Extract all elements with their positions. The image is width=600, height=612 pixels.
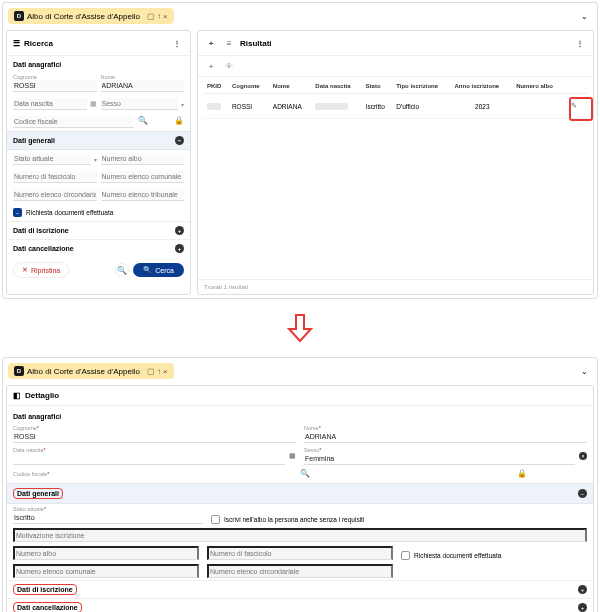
tab-pin-icon[interactable]: ↑	[157, 367, 161, 376]
numero-elenco-circ-input[interactable]	[13, 189, 97, 201]
iscrivi-senza-req-row[interactable]: Iscrivi nell'albo la persona anche senza…	[211, 515, 364, 524]
accordion-dati-generali[interactable]: Dati generali −	[7, 483, 593, 504]
search-panel: ☰ Ricerca ⋮ Dati anagrafici Cognome Nome	[6, 30, 191, 295]
stato-attuale-input[interactable]	[13, 153, 91, 165]
arrow-down-icon	[287, 313, 313, 343]
numero-elenco-circ-input[interactable]	[207, 564, 393, 578]
accordion-iscrizione[interactable]: Dati di iscrizione +	[7, 580, 593, 598]
section-anag-title: Dati anagrafici	[7, 408, 593, 423]
expand-icon[interactable]: +	[175, 226, 184, 235]
close-icon[interactable]: −	[175, 136, 184, 145]
codice-fiscale-input[interactable]	[13, 116, 134, 128]
accordion-cancellazione[interactable]: Dati cancellazione +	[7, 598, 593, 612]
filter-icon: ☰	[13, 39, 20, 48]
dropdown-icon[interactable]: ▾	[181, 101, 184, 108]
chevron-down-icon[interactable]: ⌄	[581, 12, 592, 21]
stato-attuale-input[interactable]	[13, 512, 203, 524]
search-icon[interactable]: 🔍	[300, 469, 310, 478]
cognome-input[interactable]	[13, 431, 296, 443]
tab-chip[interactable]: D Albo di Corte d'Assise d'Appello ▢ ↑ ×	[8, 8, 174, 24]
nome-input[interactable]	[101, 80, 185, 92]
detail-title: Dettaglio	[25, 391, 59, 400]
edit-icon[interactable]: ✎	[568, 100, 580, 112]
sesso-input[interactable]	[101, 98, 179, 110]
nome-input[interactable]	[304, 431, 587, 443]
search-button[interactable]: 🔍Cerca	[133, 263, 184, 277]
lock-icon[interactable]: 🔒	[174, 116, 184, 128]
calendar-icon[interactable]: ▦	[90, 100, 97, 108]
lock-icon[interactable]: 🔒	[517, 469, 527, 478]
results-table-wrap: PKID Cognome Nome Data nascita Stato Tip…	[198, 79, 593, 279]
view-icon[interactable]: 👁	[222, 59, 236, 73]
numero-albo-input[interactable]	[13, 546, 199, 560]
numero-elenco-comunale-input[interactable]	[101, 171, 185, 183]
data-nascita-input[interactable]	[13, 98, 87, 110]
data-nascita-input[interactable]	[13, 453, 285, 465]
accordion-iscrizione[interactable]: Dati di iscrizione +	[7, 221, 190, 239]
col-numero-albo[interactable]: Numero albo	[513, 79, 565, 94]
col-nome[interactable]: Nome	[270, 79, 312, 94]
accordion-label: Dati cancellazione	[13, 245, 74, 252]
zoom-icon[interactable]: 🔍	[115, 263, 129, 277]
cell-anno: 2023	[451, 94, 513, 119]
numero-fascicolo-input[interactable]	[207, 546, 393, 560]
tab-title: Albo di Corte d'Assise d'Appello	[27, 367, 140, 376]
tab-pin-icon[interactable]: ↑	[157, 12, 161, 21]
accordion-label: Dati di iscrizione	[13, 227, 69, 234]
col-stato[interactable]: Stato	[363, 79, 394, 94]
expand-icon[interactable]: +	[175, 244, 184, 253]
cell-nome: ADRIANA	[270, 94, 312, 119]
tab-close-icon[interactable]: ×	[163, 367, 168, 376]
search-icon[interactable]: 🔍	[138, 116, 148, 128]
expand-icon[interactable]: +	[578, 585, 587, 594]
col-cognome[interactable]: Cognome	[229, 79, 270, 94]
dropdown-icon[interactable]: ▾	[94, 156, 97, 163]
checkbox-empty-icon[interactable]	[211, 515, 220, 524]
richiesta-doc-row[interactable]: − Richiesta documenti effettuata	[7, 204, 190, 221]
clear-icon[interactable]: ×	[579, 452, 587, 460]
options-icon[interactable]: ⋮	[573, 36, 587, 50]
iscrivi-label: Iscrivi nell'albo la persona anche senza…	[224, 516, 364, 523]
tab-chip[interactable]: D Albo di Corte d'Assise d'Appello ▢ ↑ ×	[8, 363, 174, 379]
tab-open-icon[interactable]: ▢	[147, 12, 155, 21]
chevron-down-icon[interactable]: ⌄	[581, 367, 592, 376]
reset-label: Ripristina	[31, 267, 60, 274]
search-label: Cerca	[155, 267, 174, 274]
detail-header: ◧ Dettaglio	[7, 386, 593, 406]
numero-elenco-trib-input[interactable]	[101, 189, 185, 201]
list-icon[interactable]: ≡	[222, 36, 236, 50]
cognome-input[interactable]	[13, 80, 97, 92]
plus-icon[interactable]: +	[204, 36, 218, 50]
cell-stato: Iscritto	[363, 94, 394, 119]
results-title: Risultati	[240, 39, 272, 48]
col-data-nascita[interactable]: Data nascita	[312, 79, 362, 94]
richiesta-doc-label: Richiesta documenti effettuata	[414, 552, 501, 559]
accordion-label: Dati generali	[13, 137, 55, 144]
numero-elenco-comunale-input[interactable]	[13, 564, 199, 578]
checkbox-empty-icon[interactable]	[401, 551, 410, 560]
col-pkid[interactable]: PKID	[204, 79, 229, 94]
table-row[interactable]: 0000 ROSSI ADRIANA 00/00/0000 Iscritto D…	[204, 94, 587, 119]
collapse-icon[interactable]: −	[578, 489, 587, 498]
doc-icon: D	[14, 366, 24, 376]
reset-button[interactable]: ✕Ripristina	[13, 262, 69, 278]
tab-actions: ▢ ↑ ×	[147, 367, 168, 376]
col-anno-iscrizione[interactable]: Anno iscrizione	[451, 79, 513, 94]
search-title: Ricerca	[24, 39, 53, 48]
numero-fascicolo-input[interactable]	[13, 171, 97, 183]
accordion-dati-generali[interactable]: Dati generali −	[7, 131, 190, 150]
accordion-cancellazione[interactable]: Dati cancellazione +	[7, 239, 190, 257]
options-icon[interactable]: ⋮	[170, 36, 184, 50]
tab-close-icon[interactable]: ×	[163, 12, 168, 21]
tab-open-icon[interactable]: ▢	[147, 367, 155, 376]
numero-albo-input[interactable]	[101, 153, 185, 165]
richiesta-doc-row[interactable]: Richiesta documenti effettuata	[401, 546, 587, 560]
sesso-input[interactable]	[304, 453, 575, 465]
calendar-icon[interactable]: ▦	[289, 452, 296, 460]
add-icon[interactable]: +	[204, 59, 218, 73]
expand-icon[interactable]: +	[578, 603, 587, 612]
results-header: + ≡ Risultati ⋮	[198, 31, 593, 56]
col-tipo-iscrizione[interactable]: Tipo iscrizione	[393, 79, 451, 94]
checkbox-checked-icon[interactable]: −	[13, 208, 22, 217]
row-count: Trovati 1 risultati	[198, 279, 593, 294]
